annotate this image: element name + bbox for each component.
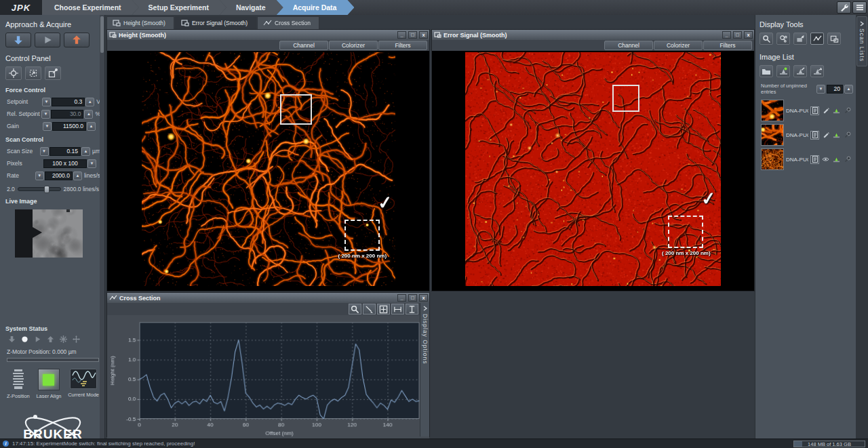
rel-setpoint-increment[interactable]: ▲ <box>84 110 93 119</box>
height-window-titlebar[interactable]: Height (Smooth) _ □ x <box>107 30 429 40</box>
z-position-indicator[interactable]: Z-Position <box>7 369 30 399</box>
laser-align-indicator[interactable]: Laser Align <box>36 369 61 399</box>
cross-section-tool-button[interactable] <box>810 33 824 45</box>
memory-indicator[interactable]: 148 MB of 1.63 GB <box>793 441 865 447</box>
approach-button[interactable] <box>5 33 31 47</box>
image-list-item-2[interactable]: DNA-PUC19-a... <box>760 123 853 146</box>
rate-increment[interactable]: ▲ <box>73 171 82 180</box>
crosshair-tool-button[interactable] <box>5 66 22 80</box>
open-folder-button[interactable] <box>760 65 773 77</box>
unpinned-increment[interactable]: ▲ <box>844 85 853 94</box>
image-info-button[interactable] <box>810 131 819 140</box>
run-scan-button[interactable] <box>35 33 60 47</box>
image-pin-button[interactable] <box>843 155 852 164</box>
setup-tool-button[interactable] <box>45 66 61 80</box>
height-channel-button[interactable]: Channel <box>279 41 328 50</box>
unpinned-entries-value[interactable]: 20 <box>827 85 843 94</box>
unpinned-decrement[interactable]: ▼ <box>816 85 825 94</box>
image-thumbnail[interactable] <box>761 148 784 170</box>
error-zoom-region[interactable] <box>668 216 703 248</box>
image-tip-button[interactable] <box>832 106 841 115</box>
image-pin-button[interactable] <box>843 131 852 140</box>
scan-size-increment[interactable]: ▲ <box>81 147 90 156</box>
menu-button[interactable] <box>852 1 867 14</box>
image-thumbnail[interactable] <box>761 100 784 121</box>
scan-size-decrement[interactable]: ▼ <box>40 147 49 156</box>
rate-value[interactable]: 2000.0 <box>45 171 73 180</box>
region-extract-tool-button[interactable] <box>827 33 841 45</box>
image-pin-button[interactable] <box>843 106 852 115</box>
setpoint-value[interactable]: 0.3 <box>52 98 85 106</box>
height-confirm-check-icon[interactable]: ✓ <box>377 195 393 210</box>
image-visibility-button[interactable] <box>821 155 830 164</box>
setpoint-decrement[interactable]: ▼ <box>42 98 51 106</box>
image-edit-button[interactable] <box>821 106 830 115</box>
rate-slider-thumb[interactable] <box>44 186 50 193</box>
cross-window-titlebar[interactable]: Cross Section _ □ x <box>107 293 429 303</box>
error-confirm-check-icon[interactable]: ✓ <box>701 191 717 206</box>
scan-lists-tab[interactable]: Scan Lists <box>856 16 867 66</box>
height-selection-region[interactable] <box>280 94 312 125</box>
retract-button[interactable] <box>64 33 90 47</box>
selection-tool-button[interactable] <box>776 33 790 45</box>
rate-slider[interactable] <box>18 187 61 191</box>
scan-size-value[interactable]: 0.15 <box>50 147 81 156</box>
cross-maximize-button[interactable]: □ <box>408 294 417 302</box>
error-channel-button[interactable]: Channel <box>604 41 653 50</box>
left-panel-scrollbar[interactable] <box>100 15 104 439</box>
cross-section-plot[interactable] <box>107 315 429 440</box>
zoom-tool-button[interactable] <box>760 33 773 45</box>
tip-approach-list-button[interactable] <box>776 65 790 77</box>
settings-wrench-button[interactable] <box>837 1 851 14</box>
image-list-item-1[interactable]: DNA-PUC19-a... <box>760 99 853 122</box>
display-options-tab[interactable]: Display Options <box>420 303 429 436</box>
height-maximize-button[interactable]: □ <box>408 31 417 39</box>
plot-line-tool-button[interactable] <box>363 304 376 314</box>
height-afm-image[interactable] <box>142 52 395 286</box>
setpoint-increment[interactable]: ▲ <box>85 98 94 106</box>
tab-setup-experiment[interactable]: Setup Experiment <box>132 0 226 15</box>
rate-decrement[interactable]: ▼ <box>35 171 44 180</box>
pixels-value[interactable]: 100 x 100 <box>43 159 87 168</box>
height-filters-button[interactable]: Filters <box>378 41 427 50</box>
error-selection-region[interactable] <box>612 85 639 112</box>
image-edit-button[interactable] <box>821 131 830 140</box>
rel-setpoint-value[interactable]: 30.0 <box>51 110 83 119</box>
tab-acquire-data[interactable]: Acquire Data <box>277 0 355 15</box>
height-minimize-button[interactable]: _ <box>397 31 406 39</box>
error-filters-button[interactable]: Filters <box>703 41 752 50</box>
tab-navigate[interactable]: Navigate <box>220 0 283 15</box>
tab-cross-section[interactable]: Cross Section <box>257 16 319 29</box>
image-tip-button[interactable] <box>832 155 841 164</box>
pixels-dropdown[interactable]: ▼ <box>87 159 96 168</box>
height-colorizer-button[interactable]: Colorizer <box>329 41 378 50</box>
rel-setpoint-decrement[interactable]: ▼ <box>41 110 50 119</box>
error-close-button[interactable]: x <box>744 31 753 39</box>
image-tip-button[interactable] <box>832 131 841 140</box>
scan-region-tool-button[interactable] <box>25 66 41 80</box>
gain-decrement[interactable]: ▼ <box>43 122 52 131</box>
tab-height-smooth[interactable]: Height (Smooth) <box>106 16 174 29</box>
error-minimize-button[interactable]: _ <box>722 31 731 39</box>
height-close-button[interactable]: x <box>419 31 428 39</box>
plot-pan-button[interactable] <box>377 304 390 314</box>
cross-minimize-button[interactable]: _ <box>397 294 406 302</box>
image-list-item-3[interactable]: DNA-PUC19-a... <box>760 148 853 171</box>
plot-zoom-button[interactable] <box>349 304 361 314</box>
error-colorizer-button[interactable]: Colorizer <box>654 41 703 50</box>
plot-width-measure-button[interactable] <box>391 304 404 314</box>
tip-tools-list-button[interactable] <box>793 65 807 77</box>
plot-height-measure-button[interactable] <box>406 304 418 314</box>
tip-reposition-list-button[interactable] <box>810 65 824 77</box>
colorizer-tool-button[interactable] <box>793 33 807 45</box>
height-zoom-region[interactable] <box>344 220 380 251</box>
image-thumbnail[interactable] <box>761 124 784 146</box>
image-info-button[interactable] <box>810 155 819 164</box>
error-maximize-button[interactable]: □ <box>733 31 742 39</box>
gain-value[interactable]: 11500.0 <box>52 122 86 131</box>
gain-increment[interactable]: ▲ <box>87 122 96 131</box>
tab-choose-experiment[interactable]: Choose Experiment <box>42 0 139 15</box>
error-window-titlebar[interactable]: Error Signal (Smooth) _ □ x <box>432 30 754 40</box>
current-mode-indicator[interactable]: Current Mode <box>68 369 99 399</box>
cross-close-button[interactable]: x <box>419 294 428 302</box>
